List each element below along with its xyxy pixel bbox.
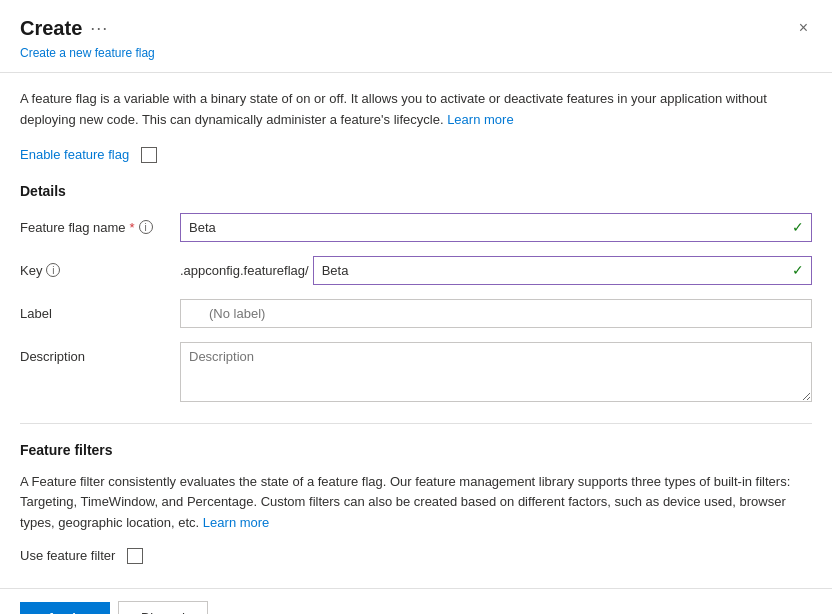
feature-flag-name-input-wrap: ✓ (180, 213, 812, 242)
key-check-icon: ✓ (792, 262, 804, 278)
enable-feature-flag-row: Enable feature flag (20, 147, 812, 163)
enable-feature-flag-checkbox[interactable] (141, 147, 157, 163)
discard-button[interactable]: Discard (118, 601, 208, 614)
key-row: Key i .appconfig.featureflag/ ✓ (20, 256, 812, 285)
create-panel: Create ··· × Create a new feature flag A… (0, 0, 832, 614)
key-prefix: .appconfig.featureflag/ (180, 263, 313, 278)
feature-filters-learn-more-link[interactable]: Learn more (203, 515, 269, 530)
description-label: Description (20, 342, 180, 364)
label-control: 🔍 (180, 299, 812, 328)
description-textarea[interactable] (180, 342, 812, 402)
key-input-wrap: ✓ (313, 256, 812, 285)
key-control: .appconfig.featureflag/ ✓ (180, 256, 812, 285)
label-field-label: Label (20, 299, 180, 321)
key-input[interactable] (313, 256, 812, 285)
use-feature-filter-checkbox[interactable] (127, 548, 143, 564)
apply-button[interactable]: Apply (20, 602, 110, 614)
feature-flag-name-label: Feature flag name * i (20, 213, 180, 235)
use-feature-filter-row: Use feature filter (20, 548, 812, 564)
description-control (180, 342, 812, 405)
panel-more-options[interactable]: ··· (90, 18, 108, 39)
panel-subtitle[interactable]: Create a new feature flag (0, 44, 832, 72)
panel-title: Create (20, 17, 82, 40)
key-input-row: .appconfig.featureflag/ ✓ (180, 256, 812, 285)
required-marker: * (130, 220, 135, 235)
panel-footer: Apply Discard (0, 588, 832, 614)
label-input[interactable] (180, 299, 812, 328)
feature-filters-section-title: Feature filters (20, 442, 812, 458)
panel-header: Create ··· × (0, 0, 832, 44)
feature-filters-description: A Feature filter consistently evaluates … (20, 472, 812, 534)
use-feature-filter-label: Use feature filter (20, 548, 115, 563)
description-text: A feature flag is a variable with a bina… (20, 89, 812, 131)
title-row: Create ··· (20, 17, 108, 40)
description-row: Description (20, 342, 812, 405)
section-divider (20, 423, 812, 424)
label-row: Label 🔍 (20, 299, 812, 328)
label-input-wrap: 🔍 (180, 299, 812, 328)
feature-flag-name-check-icon: ✓ (792, 219, 804, 235)
feature-flag-name-row: Feature flag name * i ✓ (20, 213, 812, 242)
feature-flag-name-info-icon[interactable]: i (139, 220, 153, 234)
details-section-title: Details (20, 183, 812, 199)
description-learn-more-link[interactable]: Learn more (447, 112, 513, 127)
key-label: Key i (20, 256, 180, 278)
enable-feature-flag-label: Enable feature flag (20, 147, 129, 162)
key-info-icon[interactable]: i (46, 263, 60, 277)
feature-flag-name-control: ✓ (180, 213, 812, 242)
feature-flag-name-input[interactable] (180, 213, 812, 242)
close-button[interactable]: × (795, 16, 812, 40)
panel-body: A feature flag is a variable with a bina… (0, 73, 832, 588)
